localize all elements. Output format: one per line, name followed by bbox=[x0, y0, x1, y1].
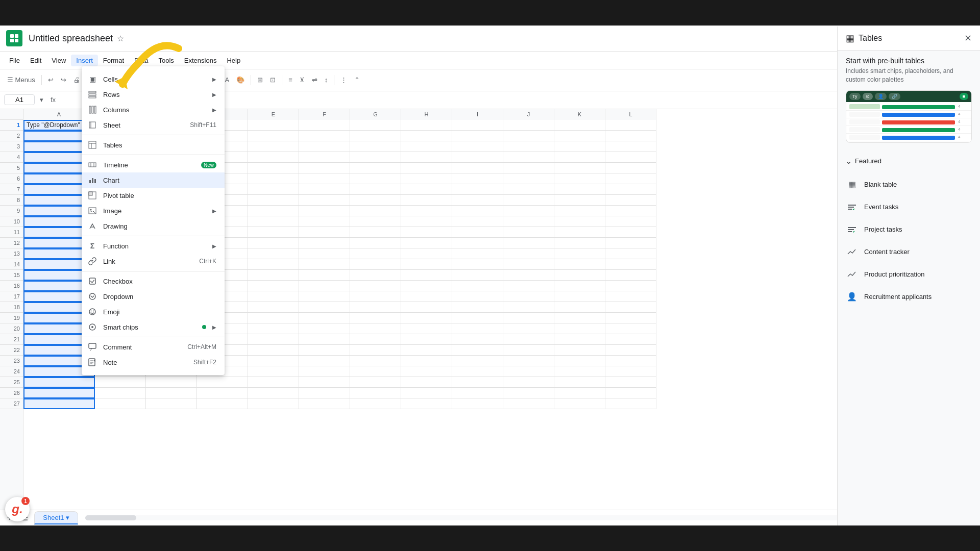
toolbar-menus-btn[interactable]: ☰ Menus bbox=[4, 74, 38, 86]
cell-i19[interactable] bbox=[452, 313, 503, 323]
cell-k3[interactable] bbox=[554, 141, 605, 152]
cell-i2[interactable] bbox=[452, 131, 503, 141]
cell-f13[interactable] bbox=[299, 248, 350, 259]
cell-j24[interactable] bbox=[503, 366, 554, 377]
cell-g6[interactable] bbox=[350, 173, 401, 184]
cell-f23[interactable] bbox=[299, 356, 350, 366]
cell-j22[interactable] bbox=[503, 345, 554, 356]
cell-j10[interactable] bbox=[503, 216, 554, 227]
cell-d26[interactable] bbox=[197, 388, 248, 398]
cell-l16[interactable] bbox=[605, 281, 656, 291]
cell-h19[interactable] bbox=[401, 313, 452, 323]
toolbar-rotate-btn[interactable]: ↕ bbox=[322, 74, 331, 86]
cell-g12[interactable] bbox=[350, 238, 401, 248]
cell-k19[interactable] bbox=[554, 313, 605, 323]
cell-k18[interactable] bbox=[554, 302, 605, 313]
row-header-18[interactable]: 18 bbox=[0, 302, 23, 313]
cell-i21[interactable] bbox=[452, 334, 503, 345]
cell-j18[interactable] bbox=[503, 302, 554, 313]
row-header-1[interactable]: 1 bbox=[0, 120, 23, 131]
cell-e11[interactable] bbox=[248, 227, 299, 238]
cell-l13[interactable] bbox=[605, 248, 656, 259]
cell-i7[interactable] bbox=[452, 184, 503, 195]
cell-l17[interactable] bbox=[605, 291, 656, 302]
cell-j4[interactable] bbox=[503, 152, 554, 163]
cell-h12[interactable] bbox=[401, 238, 452, 248]
cell-f18[interactable] bbox=[299, 302, 350, 313]
col-header-f[interactable]: F bbox=[299, 109, 350, 120]
menu-item-pivot[interactable]: Pivot table bbox=[82, 188, 225, 203]
cell-e22[interactable] bbox=[248, 345, 299, 356]
table-item-product-prioritization[interactable]: Product prioritization bbox=[838, 263, 980, 286]
cell-f25[interactable] bbox=[299, 377, 350, 388]
cell-g8[interactable] bbox=[350, 195, 401, 206]
cell-l7[interactable] bbox=[605, 184, 656, 195]
cell-j6[interactable] bbox=[503, 173, 554, 184]
cell-j27[interactable] bbox=[503, 398, 554, 409]
row-header-11[interactable]: 11 bbox=[0, 227, 23, 238]
row-header-6[interactable]: 6 bbox=[0, 173, 23, 184]
cell-g20[interactable] bbox=[350, 323, 401, 334]
toolbar-merge-btn[interactable]: ⊡ bbox=[267, 74, 279, 86]
sheet-dropdown-icon[interactable]: ▾ bbox=[66, 514, 69, 521]
cell-i13[interactable] bbox=[452, 248, 503, 259]
row-header-19[interactable]: 19 bbox=[0, 313, 23, 323]
cell-f3[interactable] bbox=[299, 141, 350, 152]
cell-j5[interactable] bbox=[503, 163, 554, 173]
toolbar-fill-color-btn[interactable]: 🎨 bbox=[233, 74, 248, 86]
row-header-17[interactable]: 17 bbox=[0, 291, 23, 302]
cell-g14[interactable] bbox=[350, 259, 401, 270]
cell-j21[interactable] bbox=[503, 334, 554, 345]
cell-e12[interactable] bbox=[248, 238, 299, 248]
spreadsheet-title[interactable]: Untitled spreadsheet bbox=[29, 33, 113, 44]
cell-g27[interactable] bbox=[350, 398, 401, 409]
menu-file[interactable]: File bbox=[4, 55, 25, 66]
gsuite-icon[interactable]: g. 1 bbox=[5, 497, 30, 521]
row-header-12[interactable]: 12 bbox=[0, 238, 23, 248]
cell-l15[interactable] bbox=[605, 270, 656, 281]
cell-h4[interactable] bbox=[401, 152, 452, 163]
row-header-8[interactable]: 8 bbox=[0, 195, 23, 206]
table-item-content-tracker[interactable]: Content tracker bbox=[838, 241, 980, 263]
cell-h21[interactable] bbox=[401, 334, 452, 345]
cell-j3[interactable] bbox=[503, 141, 554, 152]
col-header-k[interactable]: K bbox=[554, 109, 605, 120]
cell-i5[interactable] bbox=[452, 163, 503, 173]
cell-i23[interactable] bbox=[452, 356, 503, 366]
cell-f24[interactable] bbox=[299, 366, 350, 377]
row-header-4[interactable]: 4 bbox=[0, 152, 23, 163]
cell-h16[interactable] bbox=[401, 281, 452, 291]
cell-l19[interactable] bbox=[605, 313, 656, 323]
cell-i15[interactable] bbox=[452, 270, 503, 281]
row-header-24[interactable]: 24 bbox=[0, 366, 23, 377]
cell-k9[interactable] bbox=[554, 206, 605, 216]
cell-k14[interactable] bbox=[554, 259, 605, 270]
menu-item-cells[interactable]: ▣ Cells ▶ bbox=[82, 71, 225, 87]
menu-item-drawing[interactable]: Drawing bbox=[82, 218, 225, 234]
cell-e16[interactable] bbox=[248, 281, 299, 291]
cell-l10[interactable] bbox=[605, 216, 656, 227]
cell-g25[interactable] bbox=[350, 377, 401, 388]
menu-view[interactable]: View bbox=[46, 55, 71, 66]
cell-j13[interactable] bbox=[503, 248, 554, 259]
cell-j23[interactable] bbox=[503, 356, 554, 366]
cell-e5[interactable] bbox=[248, 163, 299, 173]
row-header-15[interactable]: 15 bbox=[0, 270, 23, 281]
cell-i20[interactable] bbox=[452, 323, 503, 334]
cell-k22[interactable] bbox=[554, 345, 605, 356]
cell-f26[interactable] bbox=[299, 388, 350, 398]
cell-i18[interactable] bbox=[452, 302, 503, 313]
cell-h14[interactable] bbox=[401, 259, 452, 270]
cell-k26[interactable] bbox=[554, 388, 605, 398]
cell-l24[interactable] bbox=[605, 366, 656, 377]
cell-j1[interactable] bbox=[503, 120, 554, 131]
cell-i27[interactable] bbox=[452, 398, 503, 409]
row-header-9[interactable]: 9 bbox=[0, 206, 23, 216]
cell-g4[interactable] bbox=[350, 152, 401, 163]
toolbar-align-btn[interactable]: ≡ bbox=[285, 74, 296, 86]
cell-h24[interactable] bbox=[401, 366, 452, 377]
cell-g3[interactable] bbox=[350, 141, 401, 152]
cell-j2[interactable] bbox=[503, 131, 554, 141]
cell-e2[interactable] bbox=[248, 131, 299, 141]
col-header-h[interactable]: H bbox=[401, 109, 452, 120]
